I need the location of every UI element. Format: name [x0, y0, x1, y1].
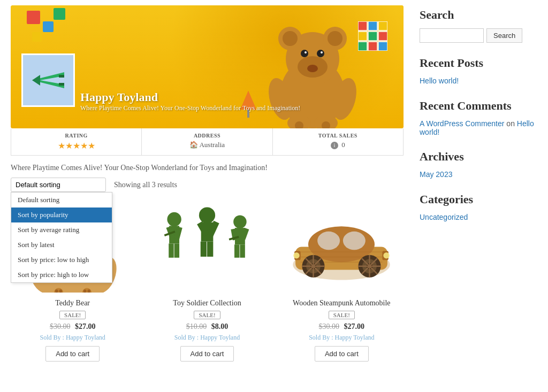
dropdown-rating[interactable]: Sort by average rating: [11, 222, 112, 237]
svg-point-54: [59, 289, 62, 293]
dropdown-default[interactable]: Default sorting: [11, 193, 112, 207]
car-product-image: [285, 205, 398, 288]
svg-point-89: [294, 252, 300, 258]
sales-section: TOTAL SALES i 0: [273, 128, 403, 155]
category-uncategorized[interactable]: Uncategorized: [420, 213, 468, 221]
svg-rect-24: [358, 32, 367, 41]
sold-by-link-teddy[interactable]: Happy Toyland: [66, 334, 105, 341]
sold-by-link-soldiers[interactable]: Happy Toyland: [200, 334, 240, 341]
sorting-bar: Default sorting Sort by popularity Sort …: [11, 178, 404, 192]
results-count: Showing all 3 results: [114, 181, 177, 189]
price-block-car: $30.00 $27.00: [280, 322, 404, 331]
svg-marker-32: [32, 80, 40, 86]
dropdown-price-asc[interactable]: Sort by price: low to high: [11, 252, 112, 267]
svg-rect-33: [59, 75, 64, 78]
svg-point-56: [83, 289, 86, 293]
svg-point-57: [87, 289, 90, 293]
store-subtitle: Where Playtime Comes Alive! Your One-Sto…: [80, 104, 300, 112]
svg-rect-76: [234, 244, 239, 258]
svg-point-10: [321, 51, 323, 53]
svg-rect-64: [174, 243, 179, 257]
add-to-cart-teddy[interactable]: Add to cart: [45, 346, 100, 362]
dropdown-popularity[interactable]: Sort by popularity: [11, 207, 112, 222]
recent-post-hello-world[interactable]: Hello world!: [420, 76, 459, 85]
price-new-car: $27.00: [344, 322, 365, 330]
sale-badge-soldiers: SALE!: [194, 311, 220, 319]
svg-rect-29: [378, 42, 387, 51]
svg-rect-63: [169, 243, 173, 257]
store-info-bar: RATING ★★★★★ ADDRESS 🏠 Australia TOTAL S…: [11, 128, 404, 156]
add-to-cart-car[interactable]: Add to cart: [315, 346, 369, 362]
store-name: Happy Toyland: [80, 90, 300, 104]
price-old-teddy: $30.00: [50, 322, 71, 330]
sidebar: Search Search Recent Posts Hello world! …: [420, 5, 537, 362]
sort-select[interactable]: Default sorting Sort by popularity Sort …: [11, 178, 106, 192]
product-image-car: [280, 200, 404, 294]
svg-point-59: [167, 212, 181, 226]
svg-rect-22: [368, 21, 377, 30]
hero-cube-decoration: [358, 21, 387, 51]
categories-title: Categories: [420, 193, 537, 206]
dropdown-latest[interactable]: Sort by latest: [11, 237, 112, 252]
product-image-soldiers: [145, 200, 269, 294]
svg-rect-26: [378, 32, 387, 41]
svg-rect-70: [201, 241, 207, 256]
svg-point-9: [305, 51, 307, 53]
svg-point-85: [317, 232, 340, 250]
airplane-icon: [27, 64, 70, 96]
search-title: Search: [420, 8, 537, 22]
archive-may-2023[interactable]: May 2023: [420, 170, 452, 179]
svg-point-8: [317, 50, 324, 57]
recent-comments-widget: Recent Comments A WordPress Commenter on…: [420, 99, 537, 136]
address-label: ADDRESS: [147, 133, 267, 139]
svg-point-3: [283, 31, 298, 46]
svg-marker-31: [32, 75, 40, 80]
svg-point-7: [301, 50, 308, 57]
svg-rect-71: [207, 241, 213, 256]
product-title-car: Wooden Steampunk Automobile: [280, 299, 404, 308]
product-card-soldiers: Toy Soldier Collection SALE! $10.00 $8.0…: [145, 200, 269, 362]
home-icon: 🏠: [189, 141, 198, 149]
sold-by-teddy: Sold By : Happy Toyland: [11, 334, 134, 342]
sold-by-car: Sold By : Happy Toyland: [280, 334, 404, 342]
store-address: 🏠 Australia: [189, 141, 225, 149]
search-widget: Search Search: [420, 8, 537, 43]
sort-select-wrapper[interactable]: Default sorting Sort by popularity Sort …: [11, 178, 106, 192]
store-title-block: Happy Toyland Where Playtime Comes Alive…: [80, 90, 300, 112]
shop-description: Where Playtime Comes Alive! Your One-Sto…: [11, 164, 404, 172]
add-to-cart-soldiers[interactable]: Add to cart: [180, 346, 234, 362]
price-block-teddy: $30.00 $27.00: [11, 322, 134, 331]
svg-rect-21: [358, 21, 367, 30]
svg-point-53: [55, 289, 58, 293]
svg-point-11: [307, 65, 318, 72]
sales-label: TOTAL SALES: [278, 133, 398, 139]
search-button[interactable]: Search: [486, 28, 522, 43]
svg-point-66: [199, 207, 215, 223]
store-logo: [21, 53, 75, 107]
sales-value: i 0: [331, 141, 345, 149]
search-form: Search: [420, 28, 537, 43]
hero-banner: Happy Toyland Where Playtime Comes Alive…: [11, 5, 404, 128]
svg-rect-25: [368, 32, 377, 41]
price-old-car: $30.00: [319, 322, 340, 330]
sold-by-link-car[interactable]: Happy Toyland: [335, 334, 375, 341]
svg-point-5: [328, 31, 342, 46]
archives-title: Archives: [420, 150, 537, 164]
dropdown-price-desc[interactable]: Sort by price: high to low: [11, 267, 112, 282]
main-content: Happy Toyland Where Playtime Comes Alive…: [11, 5, 404, 362]
svg-rect-34: [59, 83, 64, 86]
svg-rect-27: [358, 42, 367, 51]
svg-point-72: [233, 215, 247, 228]
search-input[interactable]: [420, 28, 484, 43]
sort-dropdown-menu: Default sorting Sort by popularity Sort …: [11, 192, 112, 283]
svg-point-90: [384, 252, 390, 258]
commenter-link[interactable]: A WordPress Commenter: [420, 119, 504, 128]
recent-posts-widget: Recent Posts Hello world!: [420, 56, 537, 86]
recent-comments-title: Recent Comments: [420, 99, 537, 113]
rating-stars: ★★★★★: [58, 141, 95, 150]
recent-posts-title: Recent Posts: [420, 56, 537, 70]
address-section: ADDRESS 🏠 Australia: [142, 128, 272, 155]
rating-label: RATING: [17, 133, 136, 139]
price-new-soldiers: $8.00: [211, 322, 229, 330]
sale-badge-teddy: SALE!: [59, 311, 86, 319]
